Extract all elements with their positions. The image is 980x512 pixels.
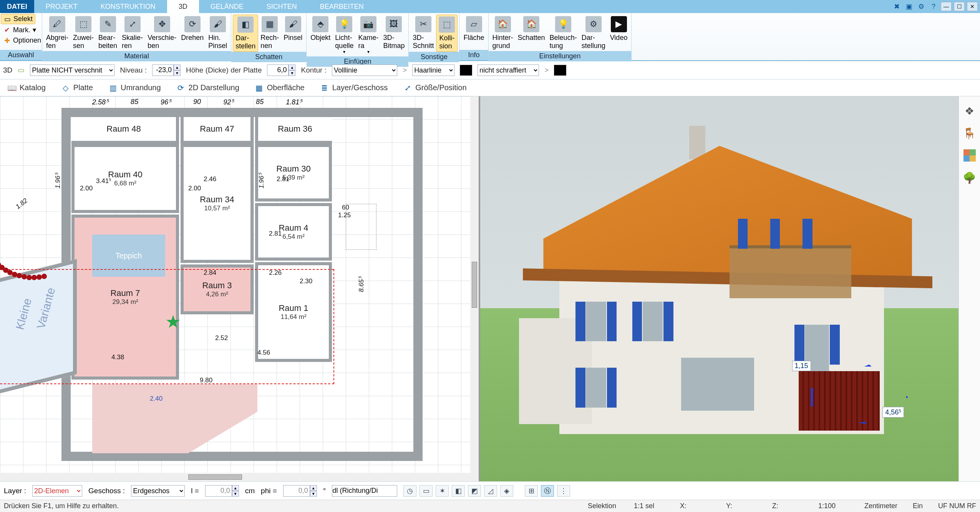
mode-3d-toggle[interactable]: 3D <box>3 66 12 74</box>
snap-diag-icon[interactable]: ◩ <box>468 485 481 497</box>
ribbon-label: 3D- Schnitt <box>413 34 434 50</box>
hatch-combo[interactable]: nicht schraffiert <box>478 64 539 76</box>
hairline-combo[interactable]: Haarlinie <box>412 64 454 76</box>
dim: 2.81 <box>277 175 289 183</box>
ribbon-other-1[interactable]: ⬚Kolli- sion <box>436 15 458 52</box>
ribbon-settings-0[interactable]: 🏠Hinter- grund <box>490 15 516 51</box>
ribbon-material-0[interactable]: 🖊Abgrei- fen <box>44 15 71 51</box>
help-icon[interactable]: ? <box>929 2 939 12</box>
tab-3d[interactable]: 3D <box>167 0 199 13</box>
phi-input[interactable] <box>283 485 310 497</box>
palette-icon[interactable] <box>962 148 977 163</box>
ribbon-material-1[interactable]: ⬚Zuwei- sen <box>71 15 96 51</box>
tab-file[interactable]: DATEI <box>0 0 34 13</box>
tool-tab-plate[interactable]: ◇Platte <box>57 81 97 95</box>
snap-angle-icon[interactable]: ◿ <box>484 485 497 497</box>
level-input[interactable] <box>152 64 174 76</box>
dim: 2.46 <box>204 175 216 183</box>
close-button[interactable]: ✕ <box>967 2 978 11</box>
layers-icon[interactable]: ❖ <box>962 103 977 119</box>
gear-icon[interactable]: ⚙ <box>916 2 926 12</box>
tool-tab-surface[interactable]: ▦Oberfläche <box>250 81 309 95</box>
thick-up[interactable]: ▲ <box>289 64 295 70</box>
snap-cross-icon[interactable]: ✶ <box>436 485 449 497</box>
tab-construction[interactable]: KONSTRUKTION <box>89 0 167 13</box>
dim: 1.96⁵ <box>54 173 62 188</box>
select-button[interactable]: ▭Selekt <box>1 14 35 24</box>
ribbon-label: Kolli- sion <box>439 34 454 50</box>
box-icon[interactable]: ▣ <box>904 2 914 12</box>
snap-box-icon[interactable]: ◧ <box>452 485 465 497</box>
ribbon-settings-3[interactable]: ⚙Dar- stellung <box>579 15 608 51</box>
fill-color-swatch[interactable] <box>554 65 566 76</box>
north-icon[interactable]: Ⓝ <box>541 485 554 497</box>
level-up[interactable]: ▲ <box>174 64 181 70</box>
ribbon-insert-0[interactable]: ⬘Objekt <box>308 15 333 43</box>
plate-clip-combo[interactable]: Platte NICHT verschnit <box>30 64 114 76</box>
l-down[interactable]: ▼ <box>232 491 239 497</box>
furniture-icon[interactable]: 🪑 <box>962 126 977 141</box>
curved-handle[interactable] <box>0 235 50 288</box>
screen-icon[interactable]: ▭ <box>420 485 433 497</box>
tool-tab-border[interactable]: ▥Umrandung <box>104 81 165 95</box>
ribbon-settings-4[interactable]: ▶Video <box>608 15 630 43</box>
tab-edit[interactable]: BEARBEITEN <box>308 0 375 13</box>
minimize-button[interactable]: — <box>941 2 952 11</box>
layer-combo[interactable]: 2D-Elemen <box>32 485 82 497</box>
tab-terrain[interactable]: GELÄNDE <box>199 0 255 13</box>
ribbon-material-3[interactable]: ⤢Skalie- ren <box>119 15 145 51</box>
ribbon-shadow-0[interactable]: ◧Dar- stellen <box>233 15 258 52</box>
phi-label: phi = <box>261 487 277 495</box>
ribbon-shadow-1[interactable]: ▦Rech- nen <box>258 15 281 51</box>
ribbon-other-0[interactable]: ✂3D- Schnitt <box>410 15 436 51</box>
snap-layer-icon[interactable]: ◈ <box>500 485 513 497</box>
thickness-input[interactable] <box>267 64 289 76</box>
3d-view[interactable]: 4,56⁵ 1,15 <box>480 96 959 481</box>
ribbon-insert-3[interactable]: 🖼3D- Bitmap <box>381 15 407 51</box>
tool-tab-layer[interactable]: ≣Layer/Geschoss <box>316 81 392 95</box>
l-up[interactable]: ▲ <box>232 485 239 491</box>
house-model: 4,56⁵ 1,15 <box>511 119 917 451</box>
grid-snap-icon[interactable]: ⊞ <box>525 485 538 497</box>
restore-button[interactable]: ☐ <box>954 2 965 11</box>
storey-combo[interactable]: Erdgeschos <box>131 485 185 497</box>
dim: 4.56 <box>257 349 270 357</box>
dl-input[interactable] <box>332 485 397 497</box>
line-color-swatch[interactable] <box>460 65 472 76</box>
level-down[interactable]: ▼ <box>174 70 181 76</box>
camera-star-icon[interactable]: ★ <box>165 311 181 332</box>
tab-project[interactable]: PROJEKT <box>34 0 89 13</box>
ribbon-shadow-2[interactable]: 🖌Pinsel <box>281 15 305 43</box>
dim: 8.65⁵ <box>357 277 365 292</box>
ribbon-info-0[interactable]: ▱Fläche <box>461 15 486 43</box>
tool-tab-catalog[interactable]: 📖Katalog <box>3 81 50 95</box>
tool-tab-2d[interactable]: ⟳2D Darstellung <box>172 81 244 95</box>
floorplan-view[interactable]: 2.58⁵8596⁵9092⁵851.81⁵ Raum 48 Raum 47 R… <box>0 96 480 481</box>
ribbon-insert-2[interactable]: 📷Kame- ra▾ <box>356 15 381 56</box>
ribbon-material-4[interactable]: ✥Verschie- ben <box>145 15 179 51</box>
options-button[interactable]: ✚Optionen <box>1 36 43 45</box>
phi-up[interactable]: ▲ <box>310 485 317 491</box>
more-icon[interactable]: ⋮ <box>557 485 570 497</box>
thick-down[interactable]: ▼ <box>289 70 295 76</box>
tool-tab-size[interactable]: ⤢Größe/Position <box>399 81 471 95</box>
plugin-icon[interactable]: ✖ <box>892 2 902 12</box>
l-input[interactable] <box>205 485 232 497</box>
ribbon-insert-1[interactable]: 💡Licht- quelle▾ <box>333 15 356 56</box>
group-label-material: Material <box>42 51 231 61</box>
ribbon-material-5[interactable]: ⟳Drehen <box>179 15 206 43</box>
phi-down[interactable]: ▼ <box>310 491 317 497</box>
dim: 2.40 <box>150 395 163 403</box>
mark-button[interactable]: ✔Mark. ▾ <box>1 25 38 35</box>
ribbon-settings-2[interactable]: 💡Beleuch- tung <box>547 15 579 51</box>
vertical-scrollbar[interactable] <box>470 96 479 473</box>
ribbon-material-2[interactable]: ✎Bear- beiten <box>96 15 119 51</box>
horizontal-scrollbar[interactable] <box>0 473 479 481</box>
contour-style-combo[interactable]: Volllinie <box>332 64 397 76</box>
plate-icon[interactable]: ▭ <box>18 66 25 74</box>
tree-icon[interactable]: 🌳 <box>962 170 977 185</box>
ribbon-material-6[interactable]: 🖌Hin. Pinsel <box>206 15 229 51</box>
tab-views[interactable]: SICHTEN <box>255 0 308 13</box>
history-icon[interactable]: ◷ <box>403 485 416 497</box>
ribbon-settings-1[interactable]: 🏠Schatten <box>516 15 547 43</box>
